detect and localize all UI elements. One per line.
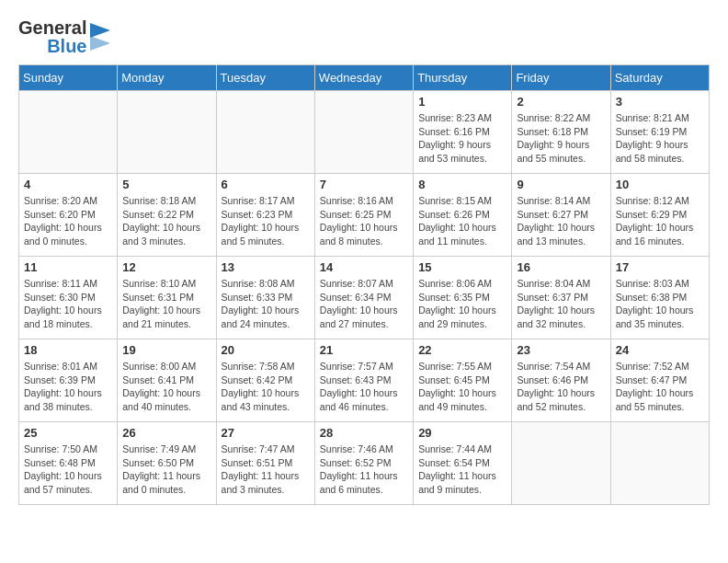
calendar-cell: 21Sunrise: 7:57 AMSunset: 6:43 PMDayligh… [314,339,413,422]
day-number: 13 [222,260,310,274]
day-number: 18 [24,343,112,357]
calendar-cell [610,422,709,505]
day-info: Sunrise: 7:44 AMSunset: 6:54 PMDaylight:… [418,442,506,497]
calendar-header-tuesday: Tuesday [216,65,314,91]
day-info: Sunrise: 8:16 AMSunset: 6:25 PMDaylight:… [320,194,408,248]
day-number: 3 [616,95,704,109]
calendar-cell: 29Sunrise: 7:44 AMSunset: 6:54 PMDayligh… [414,422,512,505]
calendar-cell: 13Sunrise: 8:08 AMSunset: 6:33 PMDayligh… [216,257,314,339]
day-info: Sunrise: 8:18 AMSunset: 6:22 PMDaylight:… [122,194,210,248]
calendar-cell: 14Sunrise: 8:07 AMSunset: 6:34 PMDayligh… [314,257,413,339]
calendar-cell: 12Sunrise: 8:10 AMSunset: 6:31 PMDayligh… [118,257,216,339]
day-number: 9 [517,178,605,191]
calendar-cell [118,91,216,174]
day-number: 16 [517,260,605,274]
day-info: Sunrise: 8:20 AMSunset: 6:20 PMDaylight:… [24,194,112,248]
day-number: 19 [122,343,210,357]
day-number: 22 [418,343,506,357]
day-info: Sunrise: 7:46 AMSunset: 6:52 PMDaylight:… [320,442,408,497]
calendar-cell: 22Sunrise: 7:55 AMSunset: 6:45 PMDayligh… [414,339,512,422]
calendar-cell [19,91,118,174]
page-header: General Blue [18,18,710,55]
day-info: Sunrise: 8:15 AMSunset: 6:26 PMDaylight:… [418,194,506,248]
day-number: 26 [122,426,210,440]
calendar-cell: 6Sunrise: 8:17 AMSunset: 6:23 PMDaylight… [216,174,314,257]
calendar-week-row: 25Sunrise: 7:50 AMSunset: 6:48 PMDayligh… [19,422,710,505]
calendar-header-wednesday: Wednesday [314,65,413,91]
calendar-cell: 28Sunrise: 7:46 AMSunset: 6:52 PMDayligh… [314,422,413,505]
day-info: Sunrise: 7:52 AMSunset: 6:47 PMDaylight:… [616,360,704,414]
calendar-cell [512,422,610,505]
calendar-cell: 9Sunrise: 8:14 AMSunset: 6:27 PMDaylight… [512,174,610,257]
calendar-cell: 2Sunrise: 8:22 AMSunset: 6:18 PMDaylight… [512,91,610,174]
day-number: 5 [122,178,210,191]
day-number: 8 [418,178,506,191]
calendar-cell: 10Sunrise: 8:12 AMSunset: 6:29 PMDayligh… [610,174,709,257]
logo-flag-icon [90,23,110,51]
calendar-cell: 8Sunrise: 8:15 AMSunset: 6:26 PMDaylight… [414,174,512,257]
day-info: Sunrise: 7:57 AMSunset: 6:43 PMDaylight:… [320,360,408,414]
day-info: Sunrise: 8:08 AMSunset: 6:33 PMDaylight:… [222,277,310,331]
calendar-week-row: 4Sunrise: 8:20 AMSunset: 6:20 PMDaylight… [19,174,710,257]
day-number: 24 [616,343,704,357]
day-info: Sunrise: 8:12 AMSunset: 6:29 PMDaylight:… [616,194,704,248]
day-number: 11 [24,260,112,274]
calendar-cell: 26Sunrise: 7:49 AMSunset: 6:50 PMDayligh… [118,422,216,505]
day-info: Sunrise: 7:58 AMSunset: 6:42 PMDaylight:… [222,360,310,414]
day-number: 17 [616,260,704,274]
day-number: 6 [222,178,310,191]
calendar-cell: 18Sunrise: 8:01 AMSunset: 6:39 PMDayligh… [19,339,118,422]
day-number: 23 [517,343,605,357]
day-info: Sunrise: 8:14 AMSunset: 6:27 PMDaylight:… [517,194,605,248]
day-number: 4 [24,178,112,191]
calendar-cell [216,91,314,174]
day-info: Sunrise: 7:50 AMSunset: 6:48 PMDaylight:… [24,442,112,497]
day-number: 20 [222,343,310,357]
day-number: 2 [517,95,605,109]
day-number: 15 [418,260,506,274]
calendar-cell: 16Sunrise: 8:04 AMSunset: 6:37 PMDayligh… [512,257,610,339]
day-info: Sunrise: 8:07 AMSunset: 6:34 PMDaylight:… [320,277,408,331]
logo-general-text: General [18,18,86,37]
calendar-header-row: SundayMondayTuesdayWednesdayThursdayFrid… [19,65,710,91]
calendar-cell: 1Sunrise: 8:23 AMSunset: 6:16 PMDaylight… [414,91,512,174]
logo: General Blue [18,18,110,55]
day-number: 14 [320,260,408,274]
day-info: Sunrise: 8:11 AMSunset: 6:30 PMDaylight:… [24,277,112,331]
calendar-cell: 27Sunrise: 7:47 AMSunset: 6:51 PMDayligh… [216,422,314,505]
calendar-cell: 20Sunrise: 7:58 AMSunset: 6:42 PMDayligh… [216,339,314,422]
calendar-cell: 17Sunrise: 8:03 AMSunset: 6:38 PMDayligh… [610,257,709,339]
day-info: Sunrise: 8:17 AMSunset: 6:23 PMDaylight:… [222,194,310,248]
day-number: 7 [320,178,408,191]
calendar-cell: 3Sunrise: 8:21 AMSunset: 6:19 PMDaylight… [610,91,709,174]
day-number: 12 [122,260,210,274]
calendar-cell: 25Sunrise: 7:50 AMSunset: 6:48 PMDayligh… [19,422,118,505]
day-number: 27 [222,426,310,440]
day-number: 21 [320,343,408,357]
day-info: Sunrise: 8:21 AMSunset: 6:19 PMDaylight:… [616,111,704,166]
day-info: Sunrise: 7:55 AMSunset: 6:45 PMDaylight:… [418,360,506,414]
day-info: Sunrise: 7:47 AMSunset: 6:51 PMDaylight:… [222,442,310,497]
day-info: Sunrise: 7:49 AMSunset: 6:50 PMDaylight:… [122,442,210,497]
day-info: Sunrise: 7:54 AMSunset: 6:46 PMDaylight:… [517,360,605,414]
calendar-header-saturday: Saturday [610,65,709,91]
calendar-week-row: 1Sunrise: 8:23 AMSunset: 6:16 PMDaylight… [19,91,710,174]
calendar-week-row: 11Sunrise: 8:11 AMSunset: 6:30 PMDayligh… [19,257,710,339]
day-info: Sunrise: 8:00 AMSunset: 6:41 PMDaylight:… [122,360,210,414]
calendar-cell: 5Sunrise: 8:18 AMSunset: 6:22 PMDaylight… [118,174,216,257]
day-info: Sunrise: 8:22 AMSunset: 6:18 PMDaylight:… [517,111,605,166]
calendar-cell: 23Sunrise: 7:54 AMSunset: 6:46 PMDayligh… [512,339,610,422]
day-info: Sunrise: 8:10 AMSunset: 6:31 PMDaylight:… [122,277,210,331]
calendar-week-row: 18Sunrise: 8:01 AMSunset: 6:39 PMDayligh… [19,339,710,422]
logo-blue-text: Blue [47,37,86,55]
calendar-cell [314,91,413,174]
calendar-cell: 11Sunrise: 8:11 AMSunset: 6:30 PMDayligh… [19,257,118,339]
calendar-cell: 24Sunrise: 7:52 AMSunset: 6:47 PMDayligh… [610,339,709,422]
day-number: 29 [418,426,506,440]
day-info: Sunrise: 8:01 AMSunset: 6:39 PMDaylight:… [24,360,112,414]
calendar-cell: 4Sunrise: 8:20 AMSunset: 6:20 PMDaylight… [19,174,118,257]
calendar-cell: 15Sunrise: 8:06 AMSunset: 6:35 PMDayligh… [414,257,512,339]
day-number: 1 [418,95,506,109]
calendar-table: SundayMondayTuesdayWednesdayThursdayFrid… [18,64,710,505]
day-number: 25 [24,426,112,440]
